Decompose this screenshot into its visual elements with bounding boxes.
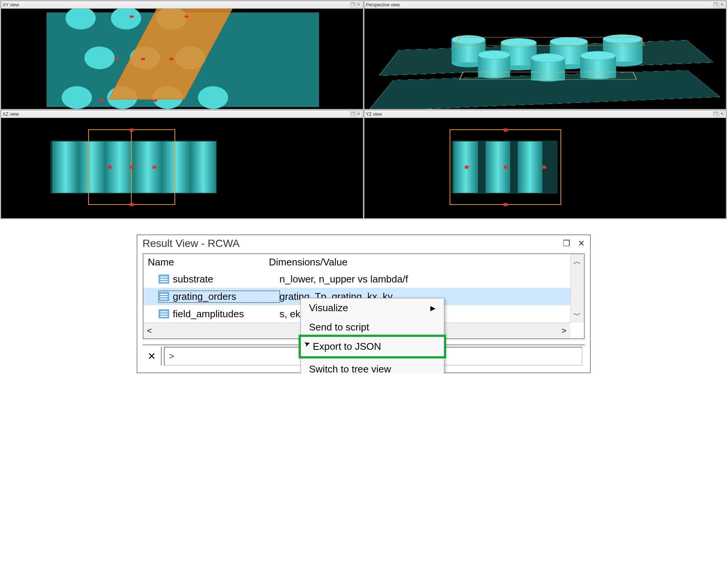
restore-icon[interactable]: ❐ bbox=[713, 2, 718, 8]
viewport-persp-canvas[interactable] bbox=[364, 9, 726, 109]
row-name: grating_orders bbox=[173, 291, 237, 303]
scroll-down-icon[interactable]: ﹀ bbox=[573, 310, 581, 320]
close-icon[interactable]: ✕ bbox=[719, 112, 724, 117]
menu-separator bbox=[304, 358, 441, 358]
row-name: field_amplitudes bbox=[173, 308, 244, 320]
viewport-xy: XY view ❐ ✕ bbox=[1, 1, 363, 109]
ctx-label: Export to JSON bbox=[313, 341, 381, 352]
ctx-label: Visualize bbox=[309, 302, 349, 314]
console-prompt: > bbox=[169, 351, 174, 361]
dataset-icon bbox=[159, 275, 169, 284]
viewport-xz: XZ view ❐ ✕ bbox=[1, 110, 363, 219]
viewport-xz-header: XZ view ❐ ✕ bbox=[1, 110, 363, 118]
close-icon[interactable]: ✕ bbox=[578, 239, 585, 248]
dataset-icon bbox=[159, 292, 169, 301]
close-icon[interactable]: ✕ bbox=[356, 2, 361, 8]
ctx-label: Send to script bbox=[309, 321, 369, 333]
viewport-xz-title: XZ view bbox=[3, 112, 19, 117]
close-icon[interactable]: ✕ bbox=[719, 2, 724, 8]
close-icon[interactable]: ✕ bbox=[356, 112, 361, 117]
result-view-title: Result View - RCWA bbox=[143, 237, 240, 250]
result-view-titlebar: Result View - RCWA ❐ ✕ bbox=[137, 235, 590, 253]
cursor-icon: ➤ bbox=[302, 338, 311, 349]
restore-icon[interactable]: ❐ bbox=[713, 112, 718, 117]
vertical-scrollbar[interactable]: ︿ ﹀ bbox=[570, 254, 584, 323]
ctx-switch-tree[interactable]: Switch to tree view bbox=[301, 360, 444, 373]
result-view-panel: Result View - RCWA ❐ ✕ Name Dimensions/V… bbox=[137, 234, 591, 373]
persp-selection-upper[interactable] bbox=[455, 37, 645, 46]
viewport-grid: XY view ❐ ✕ bbox=[0, 0, 727, 219]
header-name[interactable]: Name bbox=[148, 256, 269, 268]
submenu-arrow-icon: ▶ bbox=[430, 304, 436, 312]
row-dims: n_lower, n_upper vs lambda/f bbox=[280, 273, 408, 285]
viewport-xz-canvas[interactable] bbox=[1, 118, 363, 218]
viewport-xy-header: XY view ❐ ✕ bbox=[1, 1, 363, 9]
header-dimensions[interactable]: Dimensions/Value bbox=[269, 256, 579, 268]
viewport-yz-title: YZ view bbox=[366, 112, 382, 117]
dock-icon[interactable]: ❐ bbox=[563, 239, 570, 248]
table-row[interactable]: substrate n_lower, n_upper vs lambda/f bbox=[143, 270, 584, 288]
dataset-icon bbox=[159, 309, 169, 318]
ctx-visualize[interactable]: Visualize ▶ bbox=[301, 298, 444, 318]
viewport-xy-title: XY view bbox=[3, 2, 19, 8]
restore-icon[interactable]: ❐ bbox=[350, 2, 355, 8]
viewport-persp-header: Perspective view ❐ ✕ bbox=[364, 1, 726, 9]
ctx-label: Switch to tree view bbox=[309, 363, 391, 373]
scroll-left-icon[interactable]: < bbox=[147, 326, 152, 336]
scroll-up-icon[interactable]: ︿ bbox=[573, 256, 581, 267]
viewport-yz: YZ view ❐ ✕ bbox=[364, 110, 727, 219]
scroll-right-icon[interactable]: > bbox=[562, 326, 567, 336]
restore-icon[interactable]: ❐ bbox=[350, 112, 355, 117]
result-headers: Name Dimensions/Value bbox=[143, 254, 584, 270]
viewport-persp-title: Perspective view bbox=[366, 2, 400, 8]
viewport-yz-canvas[interactable] bbox=[364, 118, 726, 218]
row-name: substrate bbox=[173, 273, 213, 285]
ctx-export-json[interactable]: ➤ Export to JSON bbox=[301, 337, 444, 356]
result-table: Name Dimensions/Value substrate n_lower,… bbox=[143, 253, 585, 339]
context-menu: Visualize ▶ Send to script ➤ Export to J… bbox=[300, 298, 444, 373]
viewport-perspective: Perspective view ❐ ✕ bbox=[364, 1, 727, 109]
viewport-xy-canvas[interactable] bbox=[1, 9, 363, 109]
ctx-send-to-script[interactable]: Send to script bbox=[301, 318, 444, 337]
viewport-yz-header: YZ view ❐ ✕ bbox=[364, 110, 726, 118]
console-close-button[interactable]: ✕ bbox=[143, 347, 162, 366]
